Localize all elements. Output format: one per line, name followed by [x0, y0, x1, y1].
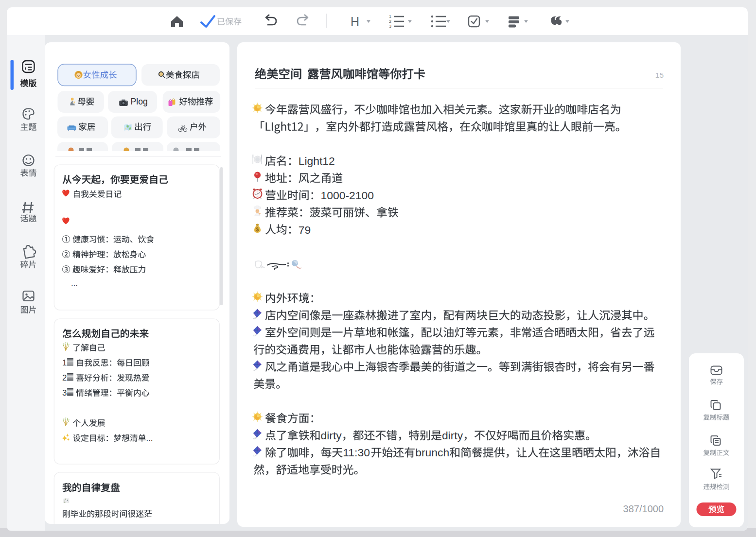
svg-text:...: ...	[146, 434, 153, 443]
svg-text:2: 2	[389, 19, 391, 24]
svg-text:dirty: dirty	[442, 429, 463, 442]
svg-text:brunch: brunch	[415, 447, 449, 459]
svg-text:15: 15	[655, 71, 664, 79]
svg-text:79: 79	[299, 224, 311, 236]
svg-text:3: 3	[389, 24, 391, 29]
svg-text:387/1000: 387/1000	[623, 503, 664, 514]
svg-text:...: ...	[71, 278, 78, 288]
svg-text:dirty: dirty	[321, 429, 342, 442]
svg-text:Light12: Light12	[299, 155, 335, 167]
svg-text:3: 3	[62, 389, 67, 398]
svg-text:H: H	[351, 15, 359, 28]
svg-text:1000-2100: 1000-2100	[321, 189, 374, 202]
svg-text:1: 1	[62, 359, 67, 368]
svg-text:2: 2	[62, 374, 67, 383]
svg-text:1: 1	[389, 14, 391, 19]
svg-text:Plog: Plog	[131, 97, 148, 106]
svg-text:11:30: 11:30	[343, 447, 370, 459]
